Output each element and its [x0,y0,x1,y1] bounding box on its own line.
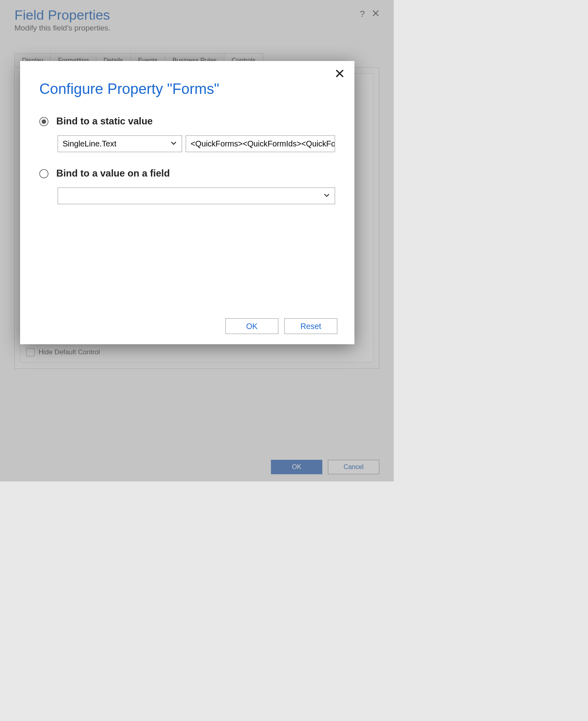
static-value-input[interactable]: <QuickForms><QuickFormIds><QuickFo [185,135,335,152]
radio-bind-field[interactable] [39,169,49,179]
radio-bind-static-label: Bind to a static value [56,116,153,127]
modal-ok-button[interactable]: OK [225,318,279,334]
configure-property-modal: Configure Property "Forms" Bind to a sta… [20,61,354,344]
radio-bind-field-label: Bind to a value on a field [56,168,170,179]
page-ok-button[interactable]: OK [271,460,322,474]
field-select[interactable] [57,187,335,204]
help-icon[interactable]: ? [360,9,365,19]
static-value-input-text: <QuickForms><QuickFormIds><QuickFo [191,139,335,148]
modal-title: Configure Property "Forms" [39,80,335,98]
static-type-select-value: SingleLine.Text [63,139,116,148]
modal-close-icon[interactable] [335,69,344,80]
hide-default-control-checkbox[interactable] [26,348,35,356]
modal-reset-button[interactable]: Reset [284,318,338,334]
hide-default-control-label: Hide Default Control [39,348,100,356]
page-title: Field Properties [14,7,379,23]
chevron-down-icon [323,191,330,201]
hide-default-control-row[interactable]: Hide Default Control [26,348,100,356]
page-subtitle: Modify this field's properties. [14,24,379,32]
chevron-down-icon [170,139,177,148]
close-icon[interactable] [372,9,379,19]
static-type-select[interactable]: SingleLine.Text [57,135,182,152]
radio-bind-static[interactable] [39,117,49,126]
page-cancel-button[interactable]: Cancel [328,460,379,474]
